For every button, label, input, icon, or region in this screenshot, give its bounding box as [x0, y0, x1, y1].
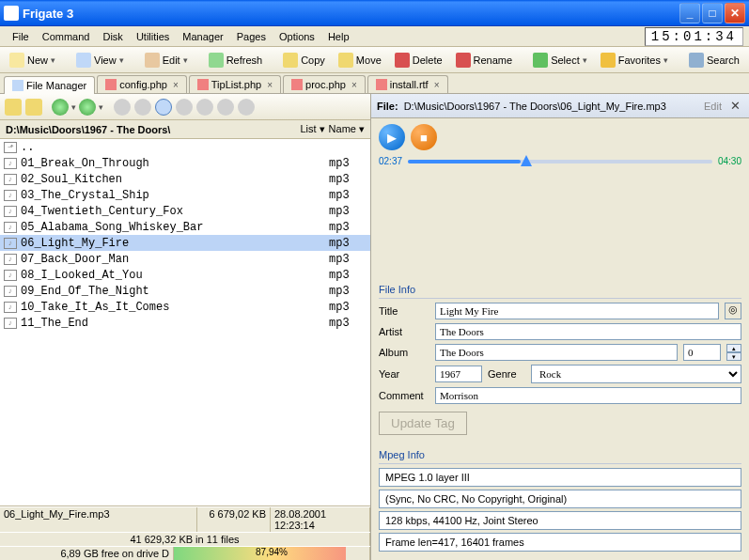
main-toolbar: New▾View▾Edit▾RefreshCopyMoveDeleteRenam… — [0, 47, 749, 73]
file-ext: mp3 — [329, 285, 367, 298]
file-row[interactable]: ♪11_The_Endmp3 — [0, 315, 370, 331]
menu-options[interactable]: Options — [273, 29, 321, 44]
toolbar-delete[interactable]: Delete — [389, 50, 448, 70]
file-ext: mp3 — [329, 237, 367, 250]
sort-list[interactable]: List ▾ — [300, 123, 324, 135]
tab-icon — [197, 79, 209, 90]
toolbar-favorites[interactable]: Favorites▾ — [595, 50, 674, 70]
new-icon — [9, 53, 24, 68]
comment-input[interactable] — [435, 387, 741, 404]
file-row[interactable]: ♪09_End_Of_The_Nightmp3 — [0, 283, 370, 299]
file-icon: ♪ — [4, 158, 17, 169]
file-list[interactable]: ⬏..♪01_Break_On_Throughmp3♪02_Soul_Kitch… — [0, 139, 370, 506]
file-row[interactable]: ♪07_Back_Door_Manmp3 — [0, 251, 370, 267]
edit-link[interactable]: Edit — [704, 101, 722, 112]
close-button[interactable]: ✕ — [725, 3, 745, 23]
toolbar-rename[interactable]: Rename — [450, 50, 519, 70]
stop-button[interactable]: ■ — [411, 124, 437, 150]
tab-close-icon[interactable]: × — [173, 80, 179, 90]
toolbar-edit[interactable]: Edit▾ — [139, 50, 194, 70]
toolbar-move[interactable]: Move — [333, 50, 387, 70]
file-ext: mp3 — [329, 269, 367, 282]
toolbar-copy[interactable]: Copy — [277, 50, 331, 70]
tab-proc-php[interactable]: proc.php× — [283, 75, 366, 93]
view-icon — [76, 53, 91, 68]
track-up[interactable]: ▴ — [726, 344, 741, 352]
window-title: Frigate 3 — [23, 7, 679, 21]
folder-up-icon[interactable] — [25, 99, 42, 116]
tool-g-icon[interactable] — [238, 99, 255, 116]
title-label: Title — [379, 305, 429, 317]
folder-icon[interactable] — [5, 99, 22, 116]
tab-close-icon[interactable]: × — [434, 80, 440, 90]
track-input[interactable] — [683, 344, 721, 361]
back-button[interactable] — [52, 99, 69, 116]
tab-icon — [291, 79, 303, 90]
tool-a-icon[interactable] — [114, 99, 131, 116]
toolbar-select[interactable]: Select▾ — [527, 50, 593, 70]
tag-lookup-icon[interactable]: ◎ — [725, 303, 741, 319]
artist-input[interactable] — [435, 323, 741, 340]
move-icon — [338, 53, 353, 68]
menu-file[interactable]: File — [6, 29, 36, 44]
file-label: File: — [377, 101, 398, 112]
tab-install-rtf[interactable]: install.rtf× — [367, 75, 448, 93]
file-name: 07_Back_Door_Man — [21, 253, 329, 266]
minimize-button[interactable]: _ — [679, 3, 700, 23]
file-name: 06_Light_My_Fire — [21, 237, 329, 250]
refresh-icon — [209, 53, 224, 68]
tab-tiplist-php[interactable]: TipList.php× — [189, 75, 281, 93]
toolbar-search[interactable]: Search — [683, 50, 745, 70]
rename-icon — [456, 53, 471, 68]
artist-label: Artist — [379, 326, 429, 337]
menu-utilities[interactable]: Utilities — [130, 29, 176, 44]
status-bar: 06_Light_My_Fire.mp3 6 679,02 KB 28.08.2… — [0, 506, 370, 560]
play-button[interactable]: ▶ — [379, 124, 405, 150]
toolbar-refresh[interactable]: Refresh — [203, 50, 269, 70]
player-slider: 02:37 04:30 — [371, 156, 749, 279]
tool-c-icon[interactable] — [155, 99, 172, 116]
file-row[interactable]: ♪01_Break_On_Throughmp3 — [0, 155, 370, 171]
file-row[interactable]: ♪05_Alabama_Song_Whiskey_Barmp3 — [0, 219, 370, 235]
sort-name[interactable]: Name ▾ — [329, 123, 365, 135]
tool-f-icon[interactable] — [217, 99, 234, 116]
up-folder[interactable]: ⬏.. — [0, 139, 370, 155]
mpeg-info-line: Frame len=417, 16401 frames — [379, 533, 741, 552]
maximize-button[interactable]: □ — [702, 3, 723, 23]
file-row[interactable]: ♪04_Twentieth_Century_Foxmp3 — [0, 203, 370, 219]
tool-b-icon[interactable] — [134, 99, 151, 116]
file-icon: ♪ — [4, 286, 17, 297]
tab-close-icon[interactable]: × — [351, 80, 357, 90]
toolbar-view[interactable]: View▾ — [70, 50, 130, 70]
title-input[interactable] — [435, 303, 719, 319]
menu-help[interactable]: Help — [321, 29, 356, 44]
mpeg-info-line: MPEG 1.0 layer III — [379, 468, 741, 487]
file-row[interactable]: ♪08_I_Looked_At_Yoump3 — [0, 267, 370, 283]
file-row[interactable]: ♪10_Take_It_As_It_Comesmp3 — [0, 299, 370, 315]
menu-pages[interactable]: Pages — [230, 29, 273, 44]
file-row[interactable]: ♪02_Soul_Kitchenmp3 — [0, 171, 370, 187]
album-input[interactable] — [435, 344, 678, 361]
update-tag-button[interactable]: Update Tag — [379, 412, 467, 435]
tool-d-icon[interactable] — [176, 99, 193, 116]
toolbar-new[interactable]: New▾ — [4, 50, 61, 70]
tab-close-icon[interactable]: × — [267, 80, 273, 90]
tab-icon — [12, 80, 23, 91]
close-panel-icon[interactable]: ✕ — [727, 99, 743, 113]
menu-manager[interactable]: Manager — [176, 29, 229, 44]
left-toolbar: ▾ ▾ — [0, 94, 370, 120]
genre-select[interactable]: Rock — [531, 365, 741, 383]
menu-disk[interactable]: Disk — [96, 29, 129, 44]
year-input[interactable] — [435, 366, 482, 382]
seek-track[interactable] — [408, 160, 712, 163]
track-down[interactable]: ▾ — [726, 352, 741, 361]
file-icon: ♪ — [4, 254, 17, 265]
tool-e-icon[interactable] — [196, 99, 213, 116]
forward-button[interactable] — [79, 99, 96, 116]
tab-file-manager[interactable]: File Manager — [4, 76, 95, 94]
tab-config-php[interactable]: config.php× — [97, 75, 187, 93]
file-row[interactable]: ♪03_The_Crystal_Shipmp3 — [0, 187, 370, 203]
time-current: 02:37 — [379, 156, 402, 166]
menu-command[interactable]: Command — [36, 29, 97, 44]
file-row[interactable]: ♪06_Light_My_Firemp3 — [0, 235, 370, 251]
